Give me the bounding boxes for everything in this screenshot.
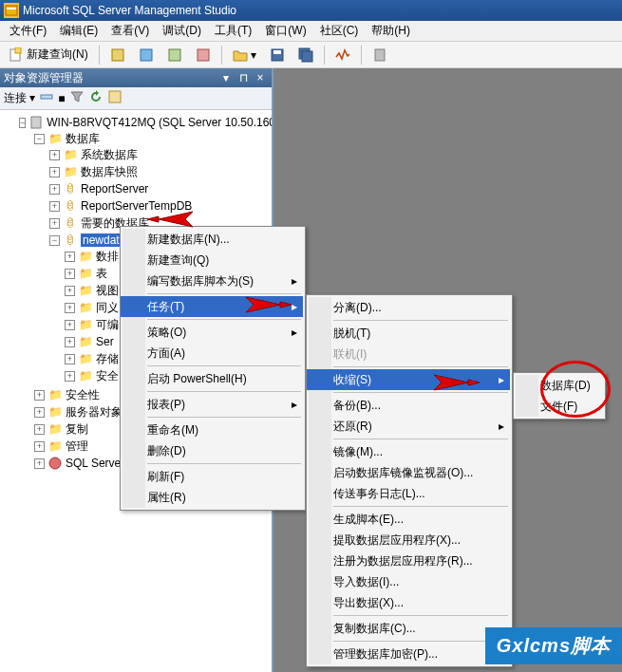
expander-icon[interactable]: +	[49, 167, 60, 177]
tree-databases[interactable]: 数据库	[66, 131, 100, 147]
toolbar-btn-4[interactable]	[191, 45, 216, 65]
ctx-mirror[interactable]: 镜像(M)...	[307, 441, 510, 462]
ctx-shrink-files[interactable]: 文件(F)	[514, 396, 603, 417]
expander-icon[interactable]: +	[65, 286, 75, 296]
ctx-facets[interactable]: 方面(A)	[121, 343, 303, 364]
menu-debug[interactable]: 调试(D)	[157, 21, 207, 41]
tree-synonyms[interactable]: 同义	[96, 300, 119, 316]
tree-snapshot[interactable]: 数据库快照	[81, 164, 138, 180]
menu-edit[interactable]: 编辑(E)	[54, 21, 104, 41]
toolbar-btn-3[interactable]	[162, 45, 187, 65]
registered-servers-button[interactable]	[368, 45, 392, 65]
menu-separator	[333, 615, 508, 616]
ctx-new-query[interactable]: 新建查询(Q)	[121, 250, 303, 271]
expander-icon[interactable]: −	[19, 118, 26, 128]
panel-close-icon[interactable]: ×	[253, 71, 268, 84]
ctx-manage-encryption[interactable]: 管理数据库加密(P)...	[307, 644, 510, 664]
ctx-backup[interactable]: 备份(B)...	[307, 395, 510, 416]
connect-button[interactable]: 连接 ▾	[4, 90, 35, 106]
expander-icon[interactable]: +	[65, 337, 75, 347]
ctx-copy-db[interactable]: 复制数据库(C)...	[307, 618, 510, 639]
ctx-refresh[interactable]: 刷新(F)	[121, 466, 303, 487]
tree-programmability[interactable]: 可编	[96, 317, 119, 333]
ctx-ship-log[interactable]: 传送事务日志(L)...	[307, 483, 510, 504]
ctx-policies[interactable]: 策略(O)▸	[121, 322, 303, 343]
refresh-icon[interactable]	[88, 89, 104, 107]
expander-icon[interactable]: +	[65, 371, 75, 382]
open-file-button[interactable]: ▾	[228, 45, 261, 65]
expander-icon[interactable]: +	[34, 407, 45, 418]
menu-file[interactable]: 文件(F)	[4, 21, 52, 41]
expander-icon[interactable]: +	[49, 150, 60, 160]
tree-sysdb[interactable]: 系统数据库	[81, 147, 138, 163]
save-button[interactable]	[265, 45, 290, 65]
panel-dropdown-icon[interactable]: ▾	[218, 71, 234, 84]
expander-icon[interactable]: +	[65, 354, 75, 364]
tree-security[interactable]: 安全性	[66, 387, 100, 403]
menu-community[interactable]: 社区(C)	[314, 21, 365, 41]
expander-icon[interactable]: −	[34, 134, 45, 144]
expander-icon[interactable]: +	[65, 320, 75, 330]
ctx-delete[interactable]: 删除(D)	[121, 440, 303, 461]
tree-management[interactable]: 管理	[66, 439, 88, 455]
tree-serverobjects[interactable]: 服务器对象	[66, 404, 123, 420]
ctx-shrink-database[interactable]: 数据库(D)	[514, 375, 603, 396]
ctx-offline[interactable]: 脱机(T)	[307, 323, 510, 344]
menu-tools[interactable]: 工具(T)	[209, 21, 257, 41]
menu-window[interactable]: 窗口(W)	[259, 21, 311, 41]
tree-views[interactable]: 视图	[96, 283, 119, 299]
ctx-export-data[interactable]: 导出数据(X)...	[307, 592, 510, 613]
expander-icon[interactable]: +	[34, 424, 45, 435]
tree-storage[interactable]: 存储	[96, 351, 119, 367]
ctx-gen-scripts[interactable]: 生成脚本(E)...	[307, 509, 510, 530]
menu-view[interactable]: 查看(V)	[105, 21, 155, 41]
expander-icon[interactable]: −	[49, 235, 60, 246]
save-all-button[interactable]	[293, 45, 318, 65]
tree-security-inner[interactable]: 安全	[96, 368, 119, 384]
ctx-restore[interactable]: 还原(R)▸	[307, 416, 510, 437]
activity-monitor-button[interactable]	[330, 45, 355, 65]
ctx-powershell[interactable]: 启动 PowerShell(H)	[121, 368, 303, 389]
toolbar-btn-1[interactable]	[105, 45, 130, 65]
toolbar-btn-2[interactable]	[134, 45, 159, 65]
tree-tables[interactable]: 表	[96, 266, 107, 282]
expander-icon[interactable]: +	[34, 390, 45, 401]
ctx-import-data[interactable]: 导入数据(I)...	[307, 571, 510, 592]
ctx-properties[interactable]: 属性(R)	[121, 487, 303, 508]
menu-help[interactable]: 帮助(H)	[366, 21, 416, 41]
ctx-register-dac[interactable]: 注册为数据层应用程序(R)...	[307, 551, 510, 571]
tree-diagrams[interactable]: 数排	[96, 249, 119, 265]
expander-icon[interactable]: +	[49, 184, 60, 195]
ctx-script-db[interactable]: 编写数据库脚本为(S)▸	[121, 271, 303, 291]
tree-servicebroker[interactable]: Ser	[96, 335, 114, 348]
ctx-online: 联机(I)	[307, 344, 510, 364]
panel-tb-btn-5[interactable]	[107, 89, 123, 107]
filter-icon[interactable]	[69, 89, 85, 107]
expander-icon[interactable]: +	[34, 441, 45, 452]
ctx-extract-dac[interactable]: 提取数据层应用程序(X)...	[307, 530, 510, 551]
ctx-rename[interactable]: 重命名(M)	[121, 420, 303, 440]
tree-server[interactable]: WIN-B8RVQT412MQ (SQL Server 10.50.1600 -	[47, 116, 272, 129]
panel-tb-btn-2[interactable]: ■	[58, 92, 65, 105]
ctx-shrink[interactable]: 收缩(S)▸	[307, 369, 510, 390]
expander-icon[interactable]: +	[49, 201, 60, 212]
new-query-button[interactable]: 新建查询(N)	[4, 45, 93, 65]
tree-reportservertemp[interactable]: ReportServerTempDB	[81, 199, 192, 213]
ctx-tasks[interactable]: 任务(T)▸	[121, 296, 303, 317]
tree-replication[interactable]: 复制	[66, 421, 88, 438]
expander-icon[interactable]: +	[49, 218, 60, 229]
ctx-new-database[interactable]: 新建数据库(N)...	[121, 229, 303, 250]
ctx-detach[interactable]: 分离(D)...	[307, 297, 510, 318]
tree-reportserver[interactable]: ReportServer	[81, 182, 148, 196]
expander-icon[interactable]: +	[65, 303, 75, 313]
tree-sqlagent[interactable]: SQL Server	[66, 457, 124, 470]
panel-tb-btn-1[interactable]	[39, 89, 54, 107]
ctx-launch-mirror-monitor[interactable]: 启动数据库镜像监视器(O)...	[307, 462, 510, 483]
ctx-reports[interactable]: 报表(P)▸	[121, 394, 303, 415]
svg-rect-0	[6, 6, 17, 15]
submenu-arrow-icon: ▸	[292, 326, 297, 339]
expander-icon[interactable]: +	[34, 458, 45, 469]
expander-icon[interactable]: +	[65, 252, 75, 262]
expander-icon[interactable]: +	[65, 269, 75, 279]
panel-pin-icon[interactable]: ⊓	[236, 71, 251, 84]
